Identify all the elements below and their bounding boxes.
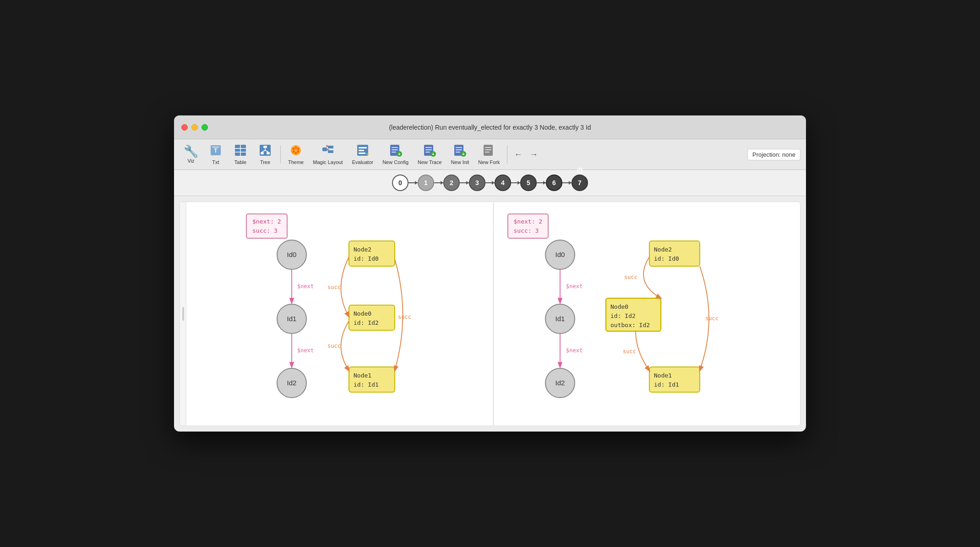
timeline-arrow-6 — [562, 182, 572, 183]
right-panel: $next: 2 succ: 3 Id0 Id1 — [494, 202, 800, 426]
maximize-button[interactable] — [201, 124, 208, 131]
left-panel: $next: 2 succ: 3 Id0 Id1 — [186, 202, 493, 426]
svg-rect-52 — [485, 152, 490, 153]
minimize-button[interactable] — [191, 124, 198, 131]
nav-forward-button[interactable]: → — [527, 148, 540, 161]
nav-back-button[interactable]: ← — [511, 148, 525, 161]
svg-rect-10 — [267, 152, 270, 154]
svg-rect-23 — [328, 150, 333, 153]
projection-badge[interactable]: Projection: none — [747, 149, 800, 160]
svg-text:$next: $next — [297, 283, 314, 290]
svg-text:Id2: Id2 — [287, 379, 297, 387]
timeline-node-5[interactable]: 5 — [520, 175, 537, 191]
timeline-node-6[interactable]: 6 — [546, 175, 562, 191]
left-panel-svg: Id0 Id1 Id2 $next $next Node2 id: Id0 — [186, 202, 493, 426]
svg-text:succ: succ — [705, 315, 719, 322]
timeline-arrow-3 — [485, 182, 495, 183]
nav-back-icon: ← — [514, 150, 522, 159]
new-fork-icon — [483, 144, 495, 159]
svg-point-79 — [545, 368, 575, 398]
svg-point-53 — [277, 240, 306, 269]
svg-rect-38 — [425, 147, 432, 148]
svg-rect-9 — [261, 152, 264, 154]
window-title: (leaderelection) Run eventually_elected … — [389, 124, 591, 131]
timeline-node-4[interactable]: 4 — [495, 175, 511, 191]
svg-rect-28 — [359, 150, 364, 151]
svg-text:Id1: Id1 — [555, 315, 565, 323]
svg-rect-40 — [425, 152, 430, 153]
tree-icon — [259, 144, 272, 159]
new-trace-label: New Trace — [418, 159, 442, 165]
close-button[interactable] — [181, 124, 188, 131]
svg-point-57 — [277, 368, 306, 398]
svg-rect-39 — [425, 149, 432, 150]
new-config-button[interactable]: + New Config — [379, 142, 412, 167]
magic-layout-button[interactable]: Magic Layout — [309, 142, 346, 167]
right-state-line2: succ: 3 — [514, 226, 543, 235]
right-state-line1: $next: 2 — [514, 217, 543, 226]
evaluator-button[interactable]: = Evaluator — [348, 142, 377, 167]
new-init-button[interactable]: + New Init — [447, 142, 473, 167]
svg-point-77 — [545, 304, 575, 334]
titlebar: (leaderelection) Run eventually_elected … — [174, 115, 806, 139]
app-window: (leaderelection) Run eventually_elected … — [174, 115, 806, 432]
timeline-arrow-1 — [434, 182, 443, 183]
svg-text:Id2: Id2 — [555, 379, 565, 387]
svg-text:succ: succ — [623, 348, 636, 355]
svg-text:T: T — [214, 148, 218, 154]
viz-icon: 🔧 — [184, 145, 198, 157]
svg-rect-92 — [649, 367, 700, 392]
svg-text:$next: $next — [566, 347, 583, 354]
tree-label: Tree — [260, 159, 270, 165]
svg-text:Node0: Node0 — [354, 310, 371, 317]
svg-rect-29 — [359, 153, 365, 154]
timeline-node-3[interactable]: 3 — [469, 175, 485, 191]
svg-text:id: Id2: id: Id2 — [354, 319, 379, 326]
svg-text:id: Id1: id: Id1 — [654, 381, 679, 388]
timeline-bar: 0 1 2 3 4 5 6 7 — [174, 170, 806, 196]
svg-text:id: Id0: id: Id0 — [654, 255, 679, 262]
viz-button[interactable]: 🔧 Viz — [180, 143, 202, 165]
new-trace-button[interactable]: + New Trace — [414, 142, 446, 167]
svg-rect-44 — [456, 147, 462, 148]
timeline-node-2[interactable]: 2 — [443, 175, 460, 191]
svg-rect-2 — [212, 147, 219, 148]
svg-rect-45 — [456, 149, 462, 150]
new-fork-label: New Fork — [478, 159, 500, 165]
tree-button[interactable]: Tree — [254, 142, 277, 167]
svg-rect-69 — [349, 367, 395, 392]
magic-layout-label: Magic Layout — [313, 159, 343, 165]
svg-point-19 — [293, 151, 295, 153]
left-state-box: $next: 2 succ: 3 — [246, 213, 288, 239]
svg-text:outbox: Id2: outbox: Id2 — [610, 322, 650, 328]
evaluator-icon: = — [356, 144, 369, 159]
svg-text:+: + — [432, 151, 435, 157]
timeline-node-7[interactable]: 7 — [572, 175, 588, 191]
svg-text:Node2: Node2 — [354, 246, 371, 253]
table-button[interactable]: Table — [229, 142, 252, 167]
svg-text:Id0: Id0 — [287, 251, 297, 258]
timeline-node-1[interactable]: 1 — [418, 175, 434, 191]
theme-button[interactable]: Theme — [284, 142, 307, 167]
separator-1 — [280, 145, 281, 164]
svg-rect-51 — [485, 149, 491, 150]
svg-text:id: Id2: id: Id2 — [610, 312, 636, 319]
left-state-line1: $next: 2 — [252, 217, 281, 226]
svg-rect-88 — [606, 298, 661, 331]
svg-text:Node2: Node2 — [654, 246, 672, 253]
svg-text:+: + — [462, 151, 465, 157]
left-state-line2: succ: 3 — [252, 226, 281, 235]
svg-text:Id0: Id0 — [555, 251, 565, 258]
panel-handle[interactable] — [180, 202, 186, 426]
svg-point-16 — [297, 148, 299, 150]
timeline-arrow-0 — [408, 182, 418, 183]
theme-icon — [289, 144, 302, 159]
svg-marker-25 — [327, 148, 329, 150]
timeline-node-0[interactable]: 0 — [392, 175, 408, 191]
nav-forward-icon: → — [529, 150, 538, 159]
new-fork-button[interactable]: New Fork — [474, 142, 503, 167]
svg-marker-24 — [326, 145, 328, 147]
svg-text:id: Id1: id: Id1 — [354, 381, 379, 388]
txt-label: Txt — [212, 159, 219, 165]
txt-button[interactable]: T Txt — [204, 142, 227, 167]
